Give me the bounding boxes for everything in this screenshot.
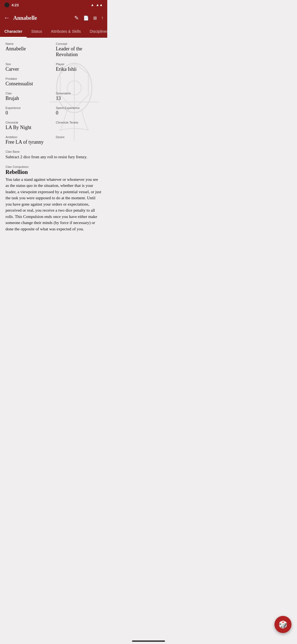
ambition-desire-row: Ambition Free LA of tyranny Desire: [6, 135, 102, 145]
chronicle-tenets-label: Chronicle Tenets: [56, 121, 102, 124]
app-bar-actions: ✎ 📄 ⊞ ↑: [74, 15, 103, 21]
predator-field: Predator Consensualist: [6, 77, 102, 87]
ambition-value: Free LA of tyranny: [6, 139, 51, 145]
status-bar: 4:23 ▲ ▲▲: [0, 0, 107, 10]
concept-label: Concept: [56, 42, 102, 45]
chronicle-field: Chronicle LA By Night: [6, 121, 51, 130]
clan-generation-row: Clan Brujah Generation 13: [6, 92, 102, 101]
tab-attributes-skills[interactable]: Attributes & Skills: [46, 26, 85, 38]
app-bar: ← Annabelle ✎ 📄 ⊞ ↑: [0, 10, 107, 26]
clan-value: Brujah: [6, 95, 51, 101]
clan-bane-value: Subtract 2 dice from any roll to resist …: [6, 154, 102, 160]
experience-label: Experience: [6, 106, 51, 110]
tab-bar: Character Status Attributes & Skills Dis…: [0, 26, 107, 38]
experience-value: 0: [6, 110, 51, 116]
ambition-field: Ambition Free LA of tyranny: [6, 135, 51, 145]
clan-bane-label: Clan Bane: [6, 150, 102, 153]
edit-button[interactable]: ✎: [74, 15, 79, 21]
player-label: Player: [56, 62, 102, 66]
ambition-label: Ambition: [6, 135, 51, 139]
chronicle-row: Chronicle LA By Night Chronicle Tenets: [6, 121, 102, 130]
chronicle-label: Chronicle: [6, 121, 51, 124]
name-value: Annabelle: [6, 46, 51, 52]
predator-value: Consensualist: [6, 81, 102, 87]
camera-icon: [4, 2, 9, 7]
share-button[interactable]: ↑: [101, 15, 103, 20]
experience-row: Experience 0 Spent Experience 0: [6, 106, 102, 116]
generation-label: Generation: [56, 92, 102, 95]
desire-field: Desire: [56, 135, 102, 145]
sire-player-row: Sire Carver Player Erika Ishii: [6, 62, 102, 72]
signal-icon: ▲▲: [96, 3, 103, 7]
sire-value: Carver: [6, 66, 51, 72]
desire-label: Desire: [56, 135, 102, 139]
clan-compulsion-value: You take a stand against whatever or who…: [6, 176, 102, 232]
predator-label: Predator: [6, 77, 102, 80]
predator-row: Predator Consensualist: [6, 77, 102, 87]
player-field: Player Erika Ishii: [56, 62, 102, 72]
clan-bane-block: Clan Bane Subtract 2 dice from any roll …: [6, 150, 102, 160]
generation-field: Generation 13: [56, 92, 102, 101]
tab-character[interactable]: Character: [0, 26, 27, 38]
app-bar-title: Annabelle: [13, 15, 71, 21]
pdf-button[interactable]: 📄: [83, 15, 89, 21]
name-concept-row: Name Annabelle Concept Leader of the Rev…: [6, 42, 102, 58]
name-field: Name Annabelle: [6, 42, 51, 58]
status-icons: ▲ ▲▲: [90, 3, 103, 7]
back-button[interactable]: ←: [4, 14, 10, 21]
concept-value: Leader of the Revolution: [56, 46, 102, 58]
clan-field: Clan Brujah: [6, 92, 51, 101]
spent-experience-field: Spent Experience 0: [56, 106, 102, 116]
name-label: Name: [6, 42, 51, 45]
sire-field: Sire Carver: [6, 62, 51, 72]
status-time: 4:23: [12, 3, 19, 7]
status-bar-left: 4:23: [4, 2, 19, 7]
experience-field: Experience 0: [6, 106, 51, 116]
clan-compulsion-block: Clan Compulsion Rebellion You take a sta…: [6, 165, 102, 232]
player-value: Erika Ishii: [56, 66, 102, 72]
tab-status[interactable]: Status: [27, 26, 46, 38]
spent-experience-label: Spent Experience: [56, 106, 102, 110]
qr-button[interactable]: ⊞: [93, 15, 97, 21]
wifi-icon: ▲: [90, 3, 94, 7]
chronicle-tenets-field: Chronicle Tenets: [56, 121, 102, 130]
sire-label: Sire: [6, 62, 51, 66]
content-area: Name Annabelle Concept Leader of the Rev…: [0, 38, 107, 241]
generation-value: 13: [56, 95, 102, 101]
tab-disciplines[interactable]: Disciplines: [85, 26, 107, 38]
concept-field: Concept Leader of the Revolution: [56, 42, 102, 58]
chronicle-value: LA By Night: [6, 125, 51, 130]
clan-compulsion-title: Rebellion: [6, 169, 102, 175]
clan-label: Clan: [6, 92, 51, 95]
clan-compulsion-label: Clan Compulsion: [6, 165, 102, 168]
watermark-graphic: [36, 60, 107, 148]
spent-experience-value: 0: [56, 110, 102, 116]
